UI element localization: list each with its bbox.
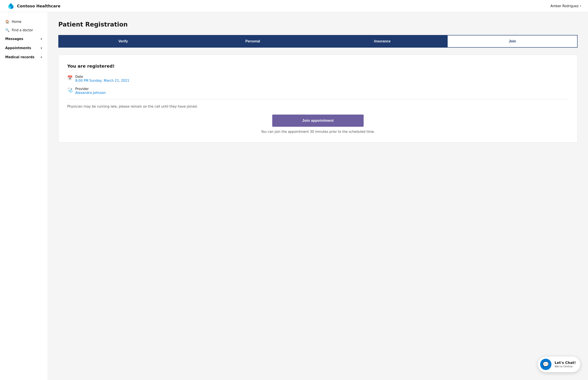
divider (67, 99, 569, 99)
wizard-step-join[interactable]: Join (447, 35, 578, 48)
wizard-step-insurance[interactable]: Insurance (318, 35, 447, 48)
chevron-down-icon: ∨ (40, 47, 42, 50)
brand-name: Contoso Healthcare (17, 4, 61, 8)
home-icon: 🏠 (5, 19, 10, 24)
user-name: Amber Rodriguez (550, 4, 578, 8)
join-appointment-button[interactable]: Join appointment (272, 114, 364, 127)
brand: Contoso Healthcare (7, 2, 61, 10)
provider-value: Alexandra Johnson (75, 91, 106, 95)
registration-card: You are registered! 📅 Date 8:00 PM Sunda… (58, 55, 578, 143)
calendar-icon: 📅 (67, 75, 73, 80)
sidebar-item-appointments[interactable]: Appointments ∨ (0, 43, 48, 53)
wizard-step-personal[interactable]: Personal (188, 35, 318, 48)
date-label: Date (75, 75, 129, 79)
chat-title: Let's Chat! (554, 361, 576, 365)
join-section: Join appointment You can join the appoin… (67, 114, 569, 134)
chevron-down-icon: ∨ (40, 38, 42, 40)
layout: 🏠 Home 🔍 Find a doctor Messages ∨ Appoin… (0, 12, 588, 380)
page-title: Patient Registration (58, 21, 578, 28)
sidebar-item-home[interactable]: 🏠 Home (0, 17, 48, 26)
chat-text: Let's Chat! We're Online (554, 361, 576, 368)
topnav: Contoso Healthcare Amber Rodriguez ▾ (0, 0, 588, 12)
main-content: Patient Registration Verify Personal Ins… (48, 12, 588, 380)
sidebar-item-messages[interactable]: Messages ∨ (0, 34, 48, 43)
chat-icon-symbol: 💬 (543, 361, 549, 367)
join-note: You can join the appointment 30 minutes … (261, 130, 375, 134)
chevron-down-icon: ▾ (580, 5, 581, 7)
sidebar-medical-records-label: Medical records (5, 55, 34, 59)
user-menu[interactable]: Amber Rodriguez ▾ (550, 4, 581, 8)
sidebar-messages-label: Messages (5, 37, 23, 41)
wizard-step-verify[interactable]: Verify (58, 35, 188, 48)
provider-row: 🩺 Provider Alexandra Johnson (67, 87, 569, 95)
brand-logo (7, 2, 15, 10)
chat-status: We're Online (554, 365, 576, 368)
chat-bubble[interactable]: 💬 Let's Chat! We're Online (538, 357, 580, 372)
sidebar-item-label: Find a doctor (12, 28, 33, 32)
sidebar-item-medical-records[interactable]: Medical records ∨ (0, 53, 48, 62)
chevron-down-icon: ∨ (40, 56, 42, 59)
provider-info: Provider Alexandra Johnson (75, 87, 106, 95)
sidebar-item-find-doctor[interactable]: 🔍 Find a doctor (0, 26, 48, 34)
wizard-steps: Verify Personal Insurance Join (58, 35, 578, 48)
chat-icon: 💬 (540, 359, 551, 370)
provider-label: Provider (75, 87, 106, 91)
sidebar-appointments-label: Appointments (5, 46, 31, 50)
date-value: 8:00 PM Sunday, March 21, 2021 (75, 79, 129, 83)
date-row: 📅 Date 8:00 PM Sunday, March 21, 2021 (67, 75, 569, 83)
sidebar: 🏠 Home 🔍 Find a doctor Messages ∨ Appoin… (0, 12, 48, 380)
stethoscope-icon: 🩺 (67, 87, 73, 93)
registration-heading: You are registered! (67, 63, 569, 69)
find-doctor-icon: 🔍 (5, 28, 10, 32)
physician-note: Physician may be running late, please re… (67, 105, 569, 109)
sidebar-item-label: Home (12, 20, 21, 24)
date-info: Date 8:00 PM Sunday, March 21, 2021 (75, 75, 129, 83)
